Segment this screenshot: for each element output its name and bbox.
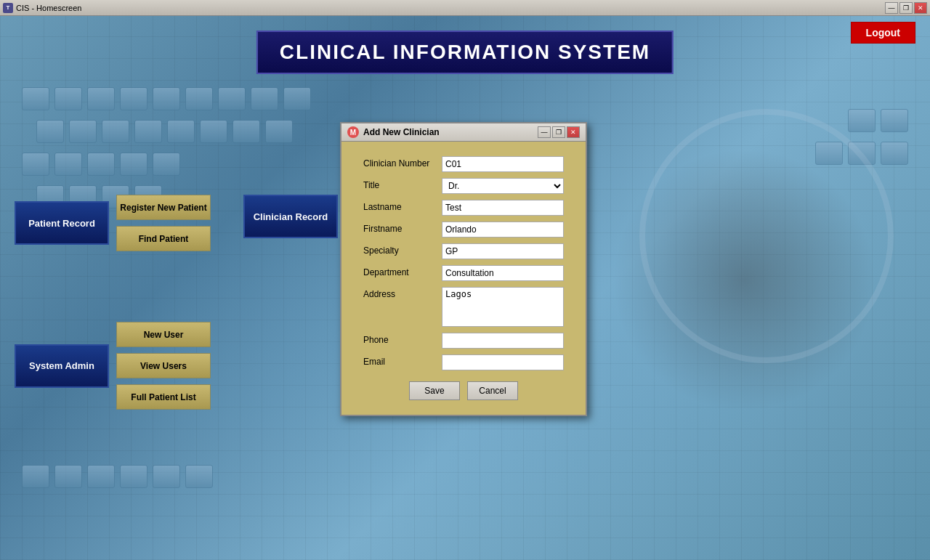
- key-decor: [102, 120, 129, 143]
- modal-title-left: M Add New Clinician: [347, 126, 440, 138]
- title-bar-left: T CIS - Homescreen: [3, 3, 81, 13]
- email-row: Email: [363, 354, 564, 370]
- key-decor: [881, 142, 908, 165]
- key-decor: [200, 120, 227, 143]
- key-decor: [881, 109, 908, 132]
- phone-label: Phone: [363, 333, 436, 345]
- email-input[interactable]: [442, 354, 564, 370]
- lastname-input[interactable]: [442, 200, 564, 216]
- view-users-button[interactable]: View Users: [116, 353, 211, 378]
- modal-close-button[interactable]: ✕: [567, 126, 580, 138]
- key-decor: [54, 153, 82, 176]
- department-input[interactable]: [442, 265, 564, 281]
- key-decor: [153, 87, 180, 110]
- firstname-input[interactable]: [442, 222, 564, 238]
- modal-minimize-button[interactable]: —: [538, 126, 551, 138]
- key-decor: [153, 153, 180, 176]
- key-decor: [87, 465, 115, 488]
- clinician-number-row: Clinician Number: [363, 156, 564, 172]
- key-decor: [167, 120, 195, 143]
- title-row: Title Dr. Mr. Mrs. Ms. Prof.: [363, 178, 564, 194]
- specialty-input[interactable]: [442, 243, 564, 259]
- clinician-number-label: Clinician Number: [363, 156, 436, 169]
- lastname-label: Lastname: [363, 200, 436, 212]
- key-decor: [36, 120, 64, 143]
- title-bar-controls: — ❐ ✕: [885, 2, 927, 14]
- specialty-row: Specialty: [363, 243, 564, 259]
- patient-sub-buttons: Register New Patient Find Patient: [116, 195, 211, 251]
- key-decor: [218, 87, 246, 110]
- modal-body: Clinician Number Title Dr. Mr. Mrs. Ms. …: [341, 142, 586, 415]
- key-decor: [265, 120, 293, 143]
- key-decor: [185, 465, 213, 488]
- save-button[interactable]: Save: [409, 381, 460, 400]
- key-decor: [22, 465, 49, 488]
- specialty-label: Specialty: [363, 243, 436, 256]
- register-new-patient-button[interactable]: Register New Patient: [116, 195, 211, 220]
- key-decor: [848, 109, 876, 132]
- stethoscope-decor: [639, 109, 894, 363]
- firstname-label: Firstname: [363, 222, 436, 234]
- phone-row: Phone: [363, 333, 564, 349]
- key-decor: [22, 87, 49, 110]
- key-decor: [283, 87, 311, 110]
- new-user-button[interactable]: New User: [116, 322, 211, 347]
- key-decor: [120, 465, 147, 488]
- restore-button[interactable]: ❐: [899, 2, 913, 14]
- key-decor: [87, 87, 115, 110]
- full-patient-list-button[interactable]: Full Patient List: [116, 384, 211, 410]
- modal-title-bar: M Add New Clinician — ❐ ✕: [341, 123, 586, 142]
- address-label: Address: [363, 287, 436, 299]
- clinician-record-button[interactable]: Clinician Record: [243, 195, 338, 238]
- key-decor: [120, 153, 147, 176]
- minimize-button[interactable]: —: [885, 2, 898, 14]
- close-button[interactable]: ✕: [914, 2, 927, 14]
- key-decor: [120, 87, 147, 110]
- system-admin-section: System Admin New User View Users Full Pa…: [15, 322, 211, 410]
- key-decor: [153, 465, 180, 488]
- key-decor: [185, 87, 213, 110]
- lastname-row: Lastname: [363, 200, 564, 216]
- email-label: Email: [363, 354, 436, 367]
- admin-sub-buttons: New User View Users Full Patient List: [116, 322, 211, 410]
- key-decor: [251, 87, 278, 110]
- app-title: CLINICAL INFORMATION SYSTEM: [256, 31, 674, 74]
- key-decor: [69, 120, 97, 143]
- patient-record-button[interactable]: Patient Record: [15, 201, 109, 245]
- modal-controls: — ❐ ✕: [538, 126, 580, 138]
- modal-app-icon: M: [347, 126, 359, 138]
- address-input[interactable]: Lagos: [442, 287, 564, 327]
- title-label: Title: [363, 178, 436, 190]
- main-title-banner: CLINICAL INFORMATION SYSTEM: [256, 31, 674, 74]
- app-icon: T: [3, 3, 13, 13]
- clinician-number-input[interactable]: [442, 156, 564, 172]
- key-decor: [232, 120, 260, 143]
- cancel-button[interactable]: Cancel: [467, 381, 518, 400]
- key-decor: [22, 153, 49, 176]
- form-actions: Save Cancel: [363, 381, 564, 400]
- title-bar: T CIS - Homescreen — ❐ ✕: [0, 0, 930, 16]
- patient-section: Patient Record Register New Patient Find…: [15, 195, 211, 251]
- system-admin-button[interactable]: System Admin: [15, 344, 109, 388]
- add-new-clinician-modal: M Add New Clinician — ❐ ✕ Clinician Numb…: [340, 122, 587, 416]
- key-decor: [54, 465, 82, 488]
- department-row: Department: [363, 265, 564, 281]
- firstname-row: Firstname: [363, 222, 564, 238]
- find-patient-button[interactable]: Find Patient: [116, 226, 211, 251]
- title-select[interactable]: Dr. Mr. Mrs. Ms. Prof.: [442, 178, 564, 194]
- phone-input[interactable]: [442, 333, 564, 349]
- department-label: Department: [363, 265, 436, 277]
- key-decor: [134, 120, 162, 143]
- key-decor: [54, 87, 82, 110]
- modal-title-text: Add New Clinician: [363, 127, 440, 137]
- modal-restore-button[interactable]: ❐: [552, 126, 565, 138]
- logout-button[interactable]: Logout: [851, 22, 915, 44]
- title-bar-text: CIS - Homescreen: [16, 4, 81, 12]
- address-row: Address Lagos: [363, 287, 564, 327]
- key-decor: [87, 153, 115, 176]
